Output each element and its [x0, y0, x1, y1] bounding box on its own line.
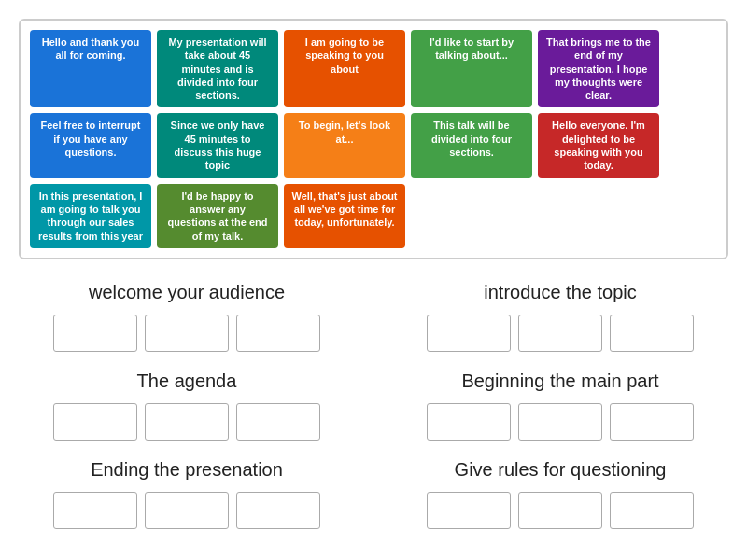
phrase-card-c8[interactable]: To begin, let's look at... [284, 113, 405, 177]
drop-slot-welcome-2[interactable] [236, 315, 320, 352]
drop-slots-introduce [392, 315, 728, 352]
phrase-card-c2[interactable]: My presentation will take about 45 minut… [157, 30, 278, 107]
category-welcome: welcome your audience [19, 282, 355, 352]
phrase-card-c1[interactable]: Hello and thank you all for coming. [30, 30, 151, 107]
category-questioning: Give rules for questioning [392, 459, 728, 529]
drop-slot-agenda-0[interactable] [53, 403, 137, 441]
drop-slots-ending [19, 492, 355, 529]
phrase-card-c10[interactable]: Hello everyone. I'm delighted to be spea… [538, 113, 659, 177]
card-bank[interactable]: Hello and thank you all for coming.My pr… [19, 19, 728, 259]
phrase-card-c7[interactable]: Since we only have 45 minutes to discuss… [157, 113, 278, 177]
category-title-agenda: The agenda [19, 371, 355, 392]
drop-slot-agenda-1[interactable] [145, 403, 229, 441]
phrase-card-c9[interactable]: This talk will be divided into four sect… [411, 113, 532, 177]
phrase-card-c12[interactable]: I'd be happy to answer any questions at … [157, 184, 278, 248]
category-agenda: The agenda [19, 371, 355, 441]
phrase-card-c11[interactable]: In this presentation, I am going to talk… [30, 184, 151, 248]
drop-slot-introduce-1[interactable] [518, 315, 602, 352]
drop-slot-welcome-0[interactable] [53, 315, 137, 352]
category-title-welcome: welcome your audience [19, 282, 355, 303]
drop-slot-beginning-1[interactable] [518, 403, 602, 441]
category-beginning: Beginning the main part [392, 371, 728, 441]
drop-slot-agenda-2[interactable] [236, 403, 320, 441]
drop-slot-welcome-1[interactable] [145, 315, 229, 352]
drop-slot-questioning-0[interactable] [427, 492, 511, 529]
drop-slot-beginning-2[interactable] [610, 403, 694, 441]
drop-slots-questioning [392, 492, 728, 529]
drop-slots-beginning [392, 403, 728, 441]
phrase-card-c6[interactable]: Feel free to interrupt if you have any q… [30, 113, 151, 177]
category-title-questioning: Give rules for questioning [392, 459, 728, 481]
category-title-introduce: introduce the topic [392, 282, 728, 303]
drop-slots-agenda [19, 403, 355, 441]
drop-slot-ending-0[interactable] [53, 492, 137, 529]
drop-slot-introduce-0[interactable] [427, 315, 511, 352]
drop-slot-beginning-0[interactable] [427, 403, 511, 441]
phrase-card-c5[interactable]: That brings me to the end of my presenta… [538, 30, 659, 107]
drop-slot-questioning-1[interactable] [518, 492, 602, 529]
category-ending: Ending the presenation [19, 459, 355, 529]
category-title-beginning: Beginning the main part [392, 371, 728, 392]
drop-slot-ending-2[interactable] [236, 492, 320, 529]
drop-slots-welcome [19, 315, 355, 352]
drop-slot-introduce-2[interactable] [610, 315, 694, 352]
category-title-ending: Ending the presenation [19, 459, 355, 481]
drop-slot-questioning-2[interactable] [610, 492, 694, 529]
phrase-card-c4[interactable]: I'd like to start by talking about... [411, 30, 532, 107]
drop-slot-ending-1[interactable] [145, 492, 229, 529]
categories-grid: welcome your audienceintroduce the topic… [19, 282, 728, 529]
category-introduce: introduce the topic [392, 282, 728, 352]
phrase-card-c13[interactable]: Well, that's just about all we've got ti… [284, 184, 405, 248]
phrase-card-c3[interactable]: I am going to be speaking to you about [284, 30, 405, 107]
